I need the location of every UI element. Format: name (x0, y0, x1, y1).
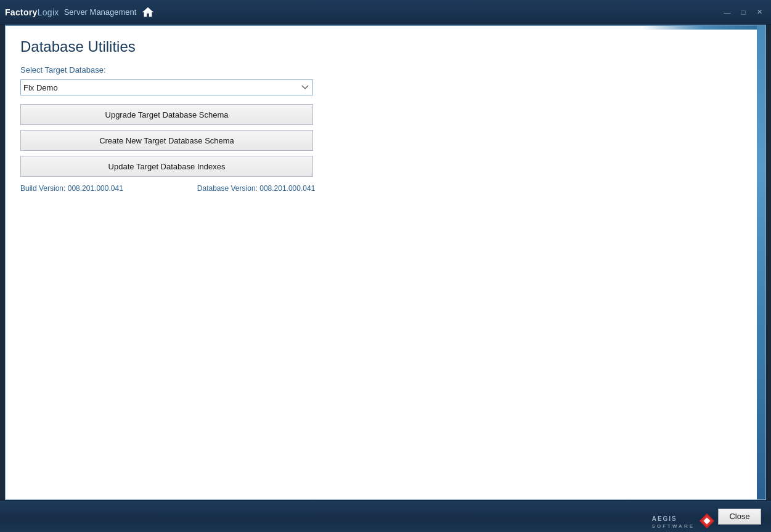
titlebar-close-button[interactable]: ✕ (753, 7, 766, 17)
aegis-line1: AEGIS (652, 515, 677, 522)
page-title: Database Utilities (20, 38, 751, 55)
titlebar-controls: — □ ✕ (720, 7, 766, 17)
titlebar: FactoryLogix Server Management — □ ✕ (0, 0, 771, 25)
home-icon (141, 6, 155, 19)
page-area: Database Utilities Select Target Databas… (6, 26, 765, 499)
aegis-diamond-icon (698, 512, 716, 530)
build-version-val: 008.201.000.041 (68, 184, 123, 193)
aegis-text-block: AEGIS SOFTWARE (652, 512, 695, 530)
home-button[interactable] (141, 6, 155, 19)
titlebar-left: FactoryLogix Server Management (5, 6, 155, 19)
database-version-label: Database Version: (197, 184, 258, 193)
build-version: Build Version: 008.201.000.041 (20, 184, 123, 193)
update-indexes-button[interactable]: Update Target Database Indexes (20, 156, 313, 177)
brand-factory: Factory (5, 7, 38, 17)
build-version-label: Build Version: (20, 184, 65, 193)
app-title: FactoryLogix (5, 7, 59, 17)
aegis-logo: AEGIS SOFTWARE (652, 512, 716, 530)
database-version: Database Version: 008.201.000.041 (197, 184, 316, 193)
version-area: Build Version: 008.201.000.041 Database … (20, 184, 751, 193)
aegis-text: AEGIS SOFTWARE (652, 515, 695, 530)
select-database-label: Select Target Database: (20, 65, 751, 75)
aegis-line2: SOFTWARE (652, 523, 695, 530)
minimize-button[interactable]: — (720, 7, 734, 17)
close-button[interactable]: Close (718, 509, 761, 525)
database-select[interactable]: Flx Demo (20, 79, 313, 95)
bottom-bar: AEGIS SOFTWARE Close (0, 500, 771, 532)
upgrade-schema-button[interactable]: Upgrade Target Database Schema (20, 104, 313, 125)
main-content: Database Utilities Select Target Databas… (5, 25, 766, 500)
create-schema-button[interactable]: Create New Target Database Schema (20, 130, 313, 151)
brand-logix: Logix (38, 7, 59, 17)
server-management-label: Server Management (64, 7, 137, 17)
maximize-button[interactable]: □ (736, 7, 750, 17)
database-version-val: 008.201.000.041 (259, 184, 315, 193)
